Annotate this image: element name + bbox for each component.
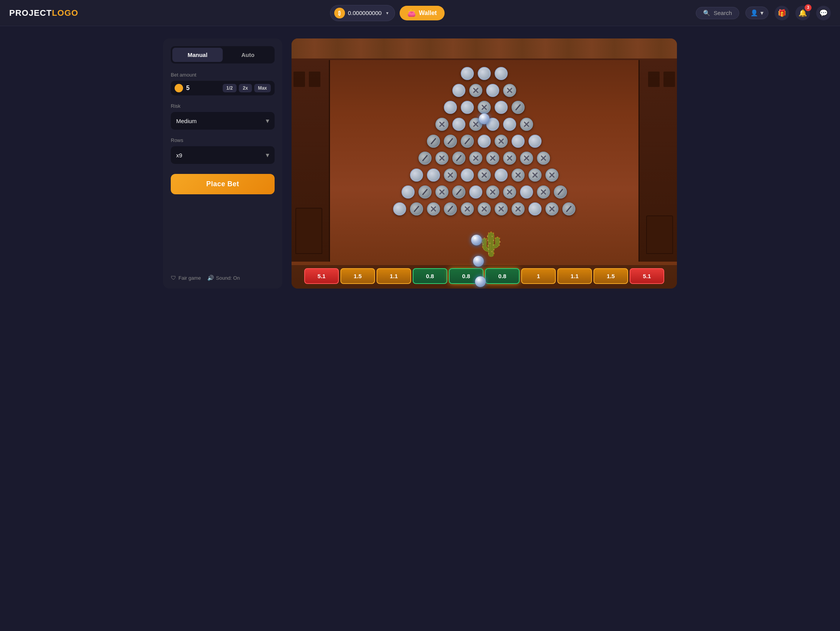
tab-manual[interactable]: Manual xyxy=(172,48,223,62)
multiplier-value-1: 1.5 xyxy=(354,273,362,279)
peg xyxy=(512,202,525,215)
search-icon: 🔍 xyxy=(703,10,710,17)
peg xyxy=(435,185,448,199)
peg xyxy=(427,135,440,148)
peg xyxy=(452,118,465,131)
multiplier-value-9: 5.1 xyxy=(643,273,651,279)
max-bet-button[interactable]: Max xyxy=(254,84,271,92)
peg-grid xyxy=(292,65,677,218)
logo: PROJECTLOGO xyxy=(9,8,78,18)
tab-auto[interactable]: Auto xyxy=(223,48,273,62)
sound-label: Sound: On xyxy=(216,275,240,281)
peg xyxy=(528,202,542,215)
peg xyxy=(478,101,491,114)
peg xyxy=(503,84,516,97)
peg xyxy=(444,101,457,114)
multiplier-value-7: 1.1 xyxy=(571,273,579,279)
sound-icon: 🔊 xyxy=(207,275,214,281)
peg xyxy=(520,118,533,131)
peg xyxy=(444,135,457,148)
multiplier-bucket-7[interactable]: 1.1 xyxy=(557,268,592,284)
notification-button[interactable]: 🔔 3 xyxy=(795,6,810,20)
peg xyxy=(528,169,542,182)
peg xyxy=(435,152,448,165)
peg xyxy=(503,185,516,199)
peg xyxy=(545,169,558,182)
bet-actions: 1/2 2x Max xyxy=(223,84,271,92)
search-bar[interactable]: 🔍 Search xyxy=(696,7,739,19)
multiplier-bucket-6[interactable]: 1 xyxy=(521,268,556,284)
fair-game-link[interactable]: 🛡 Fair game xyxy=(171,275,201,281)
bottom-links: 🛡 Fair game 🔊 Sound: On xyxy=(171,263,275,281)
peg xyxy=(520,152,533,165)
peg xyxy=(461,169,474,182)
peg xyxy=(520,185,533,199)
bet-amount-label: Bet amount xyxy=(171,72,275,78)
gift-icon: 🎁 xyxy=(778,9,786,17)
peg xyxy=(478,135,491,148)
peg xyxy=(410,169,423,182)
bet-amount-row: 5 1/2 2x Max xyxy=(171,81,275,95)
ball-2 xyxy=(471,235,482,245)
left-panel: Manual Auto Bet amount 5 1/2 2x Max Risk… xyxy=(163,38,282,289)
place-bet-button[interactable]: Place Bet xyxy=(171,174,275,194)
mode-tabs: Manual Auto xyxy=(171,46,275,63)
notification-badge: 3 xyxy=(805,4,812,11)
search-label: Search xyxy=(713,10,732,16)
wallet-label: Wallet xyxy=(419,10,437,17)
peg xyxy=(486,185,499,199)
multiplier-value-8: 1.5 xyxy=(607,273,615,279)
ball-3 xyxy=(473,256,484,267)
peg xyxy=(452,152,465,165)
chevron-down-icon: ▾ xyxy=(386,10,388,16)
peg xyxy=(469,84,482,97)
chat-icon: 💬 xyxy=(819,9,828,17)
risk-label: Risk xyxy=(171,103,275,109)
peg-row-7 xyxy=(408,167,560,183)
user-menu-button[interactable]: 👤 ▾ xyxy=(745,7,768,19)
bet-coin-icon xyxy=(175,84,183,92)
gift-button[interactable]: 🎁 xyxy=(775,6,789,20)
risk-dropdown[interactable]: Medium ▾ xyxy=(171,112,275,130)
rows-chevron-icon: ▾ xyxy=(266,151,269,159)
peg xyxy=(486,152,499,165)
peg-row-9 xyxy=(391,201,577,217)
double-bet-button[interactable]: 2x xyxy=(239,84,252,92)
peg xyxy=(469,152,482,165)
header-right: 🔍 Search 👤 ▾ 🎁 🔔 3 💬 xyxy=(696,6,831,20)
peg xyxy=(486,84,499,97)
peg xyxy=(461,101,474,114)
multiplier-bucket-2[interactable]: 1.1 xyxy=(377,268,411,284)
peg xyxy=(444,202,457,215)
peg-row-5 xyxy=(425,133,543,149)
sound-link[interactable]: 🔊 Sound: On xyxy=(207,275,240,281)
peg xyxy=(478,169,491,182)
peg xyxy=(495,67,508,80)
half-bet-button[interactable]: 1/2 xyxy=(223,84,237,92)
peg xyxy=(537,185,550,199)
peg xyxy=(478,67,491,80)
peg xyxy=(461,67,474,80)
peg xyxy=(495,169,508,182)
multiplier-bucket-0[interactable]: 5.1 xyxy=(304,268,339,284)
peg xyxy=(452,185,465,199)
user-chevron-icon: ▾ xyxy=(760,9,763,17)
peg xyxy=(512,101,525,114)
multiplier-bucket-5[interactable]: 0.8 xyxy=(485,268,520,284)
peg xyxy=(562,202,575,215)
multiplier-bucket-9[interactable]: 5.1 xyxy=(630,268,664,284)
balance-button[interactable]: ₿ 0.000000000 ▾ xyxy=(330,5,395,21)
rows-dropdown[interactable]: x9 ▾ xyxy=(171,146,275,164)
multiplier-bucket-1[interactable]: 1.5 xyxy=(340,268,375,284)
peg xyxy=(528,135,542,148)
multiplier-bucket-8[interactable]: 1.5 xyxy=(593,268,628,284)
peg xyxy=(545,202,558,215)
peg xyxy=(427,202,440,215)
bet-amount-value: 5 xyxy=(186,85,223,92)
chat-button[interactable]: 💬 xyxy=(816,6,831,20)
risk-chevron-icon: ▾ xyxy=(266,117,269,125)
game-area: 🌵 5.1 1.5 1.1 0.8 0.8 0.8 xyxy=(292,38,677,289)
ball-4 xyxy=(475,276,486,287)
multiplier-bucket-3[interactable]: 0.8 xyxy=(413,268,447,284)
wallet-button[interactable]: 👛 Wallet xyxy=(400,6,445,20)
